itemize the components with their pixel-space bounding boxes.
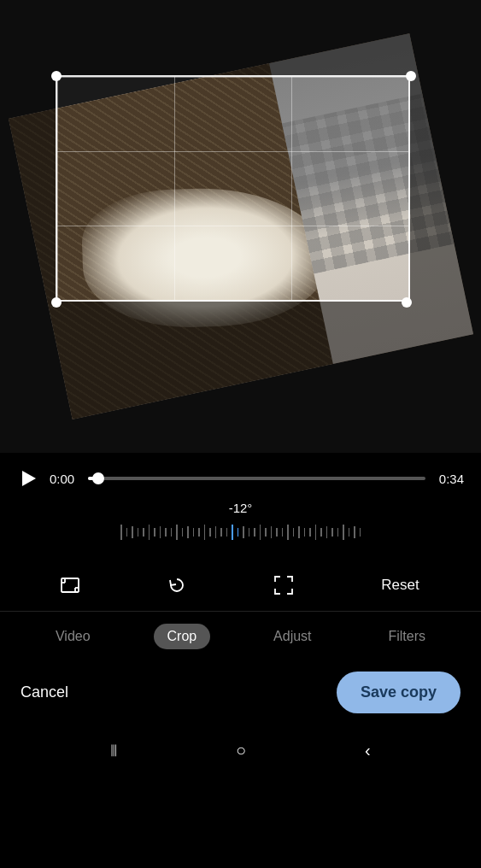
tick-mark	[165, 528, 167, 537]
play-icon	[22, 471, 36, 486]
tick-mark	[182, 528, 184, 537]
expand-icon	[273, 574, 295, 596]
play-button[interactable]	[17, 466, 41, 490]
tab-adjust[interactable]: Adjust	[260, 624, 325, 649]
tick-mark	[215, 526, 217, 538]
tick-mark	[326, 526, 328, 538]
tick-mark	[209, 528, 211, 537]
crop-dim-top	[0, 0, 481, 75]
tick-mark	[304, 528, 306, 537]
rotation-section: -12°	[17, 501, 464, 542]
tick-mark	[282, 528, 284, 537]
photo-editor-canvas	[0, 0, 481, 453]
rotation-slider[interactable]	[17, 522, 464, 542]
tick-mark	[331, 528, 333, 537]
tick-mark	[343, 525, 344, 540]
tick-mark	[193, 528, 195, 537]
cancel-button[interactable]: Cancel	[21, 683, 68, 701]
save-copy-button[interactable]: Save copy	[337, 672, 460, 713]
tick-mark	[220, 528, 222, 537]
aspect-ratio-icon	[59, 574, 81, 596]
crop-dim-left	[0, 75, 56, 302]
system-nav-bar: ⦀ ○ ‹	[0, 727, 481, 774]
tick-mark	[298, 526, 300, 538]
tab-filters[interactable]: Filters	[374, 624, 439, 649]
crop-handle-top-left[interactable]	[51, 71, 62, 81]
tick-mark	[238, 528, 239, 537]
tick-mark	[149, 525, 150, 540]
crop-dim-right	[410, 75, 481, 302]
tick-mark	[349, 528, 350, 537]
tab-crop[interactable]: Crop	[154, 624, 211, 649]
tick-mark	[249, 528, 250, 537]
tick-mark	[154, 528, 155, 537]
rotate-icon	[165, 573, 189, 597]
crop-handle-bottom-right[interactable]	[402, 297, 412, 308]
crop-dim-bottom	[0, 302, 481, 453]
scrubber-thumb[interactable]	[92, 472, 104, 484]
tick-mark	[271, 526, 273, 538]
recent-apps-button[interactable]: ⦀	[110, 741, 117, 760]
crop-handle-top-right[interactable]	[406, 71, 416, 81]
tick-mark	[132, 526, 133, 538]
tick-mark	[232, 525, 233, 540]
crop-frame[interactable]	[56, 75, 410, 302]
tick-mark	[171, 528, 173, 537]
crop-handle-bottom-left[interactable]	[51, 297, 62, 308]
svg-rect-0	[62, 578, 79, 592]
aspect-ratio-button[interactable]	[51, 566, 89, 604]
tick-mark	[260, 525, 261, 540]
tick-mark	[187, 526, 189, 538]
tick-mark	[337, 528, 339, 537]
tick-mark	[354, 526, 355, 538]
tools-row: Reset	[0, 556, 481, 612]
back-button[interactable]: ‹	[365, 741, 371, 760]
timeline-row: 0:00 0:34	[17, 466, 464, 490]
tick-mark	[176, 525, 178, 540]
tick-mark	[320, 528, 322, 537]
tick-mark	[243, 526, 244, 538]
tick-mark	[287, 525, 289, 540]
tick-mark	[160, 526, 161, 538]
home-button[interactable]: ○	[236, 741, 246, 760]
tick-mark	[198, 528, 200, 537]
rotation-value: -12°	[229, 501, 253, 515]
scrubber-track[interactable]	[88, 477, 425, 480]
tick-mark	[143, 528, 144, 537]
tick-mark	[126, 528, 128, 537]
tick-mark	[265, 528, 267, 537]
reset-button[interactable]: Reset	[371, 570, 429, 601]
tick-mark	[226, 528, 228, 537]
tick-mark	[254, 528, 255, 537]
action-bar: Cancel Save copy	[0, 661, 481, 727]
tab-video[interactable]: Video	[42, 624, 104, 649]
tick-track	[17, 525, 464, 540]
rotate-button[interactable]	[158, 566, 196, 604]
tick-mark	[315, 525, 317, 540]
tick-mark	[293, 528, 295, 537]
tick-mark	[138, 528, 139, 537]
tick-mark	[120, 525, 122, 540]
tick-mark	[309, 528, 311, 537]
video-controls: 0:00 0:34 -12°	[0, 453, 481, 556]
tick-mark	[204, 525, 206, 540]
expand-button[interactable]	[265, 566, 302, 604]
total-time: 0:34	[434, 472, 464, 486]
current-time: 0:00	[50, 472, 79, 486]
tab-bar: Video Crop Adjust Filters	[0, 612, 481, 661]
tick-mark	[276, 528, 278, 537]
tick-mark	[360, 528, 361, 537]
